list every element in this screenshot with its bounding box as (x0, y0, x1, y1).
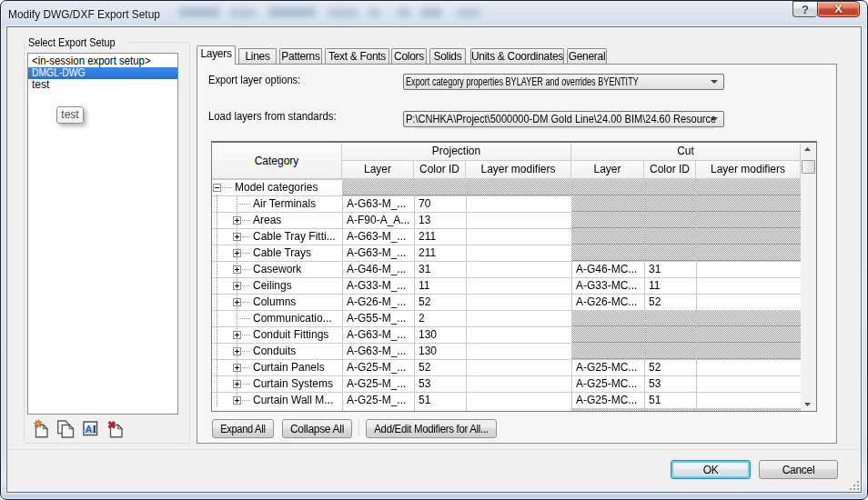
svg-text:A: A (86, 423, 93, 434)
svg-text:I: I (93, 423, 97, 434)
